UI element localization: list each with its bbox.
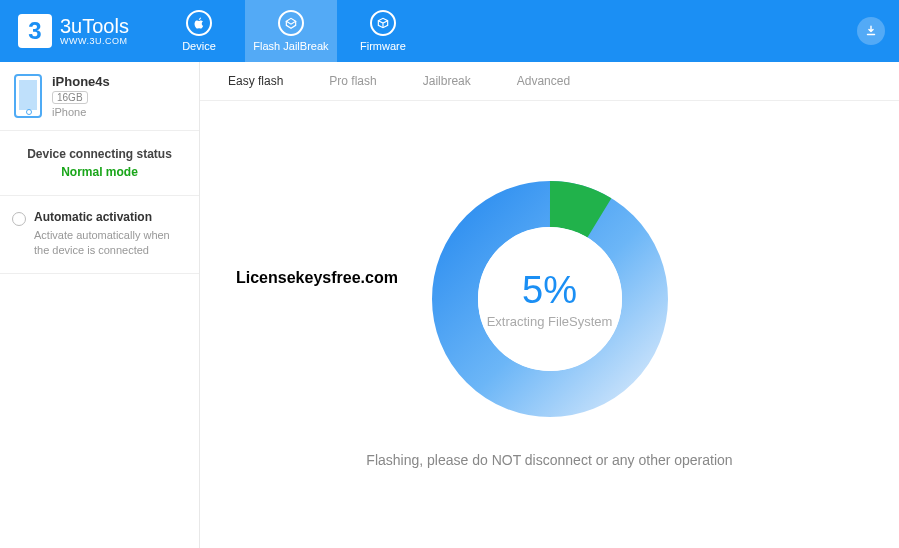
tab-jailbreak[interactable]: Jailbreak [423,74,471,88]
nav-device[interactable]: Device [153,0,245,62]
device-name: iPhone4s [52,74,110,89]
app-title: 3uTools [60,15,129,37]
tab-advanced[interactable]: Advanced [517,74,570,88]
nav-label: Firmware [360,40,406,52]
auto-activation-desc: Activate automatically when the device i… [34,228,187,259]
box-icon [370,10,396,36]
sidebar-device[interactable]: iPhone4s 16GB iPhone [0,62,199,131]
nav-flash-jailbreak[interactable]: Flash JailBreak [245,0,337,62]
auto-activation-radio[interactable] [12,212,26,226]
device-type: iPhone [52,106,110,118]
tab-easy-flash[interactable]: Easy flash [228,74,283,88]
subtabs: Easy flash Pro flash Jailbreak Advanced [200,62,899,101]
sidebar: iPhone4s 16GB iPhone Device connecting s… [0,62,200,548]
status-title: Device connecting status [12,147,187,161]
logo-badge: 3 [18,14,52,48]
tab-pro-flash[interactable]: Pro flash [329,74,376,88]
progress-state: Extracting FileSystem [487,314,613,329]
progress-percent: 5% [522,269,577,312]
status-value: Normal mode [12,165,187,179]
main-nav: Device Flash JailBreak Firmware [153,0,429,62]
auto-activation: Automatic activation Activate automatica… [0,196,199,274]
watermark-text: Licensekeysfree.com [236,269,398,287]
nav-label: Device [182,40,216,52]
app-logo: 3 3uTools WWW.3U.COM [0,0,147,62]
content-area: Licensekeysfree.com 5% [200,101,899,548]
progress-donut: 5% Extracting FileSystem [425,174,675,424]
phone-icon [14,74,42,118]
app-url: WWW.3U.COM [60,37,129,47]
progress-footer: Flashing, please do NOT disconnect or an… [366,452,732,468]
device-capacity: 16GB [52,91,88,104]
download-button[interactable] [857,17,885,45]
nav-label: Flash JailBreak [253,40,328,52]
main-panel: Easy flash Pro flash Jailbreak Advanced … [200,62,899,548]
nav-firmware[interactable]: Firmware [337,0,429,62]
box-open-icon [278,10,304,36]
connection-status: Device connecting status Normal mode [0,131,199,196]
header-bar: 3 3uTools WWW.3U.COM Device Flash JailBr… [0,0,899,62]
apple-icon [186,10,212,36]
auto-activation-label: Automatic activation [34,210,187,224]
